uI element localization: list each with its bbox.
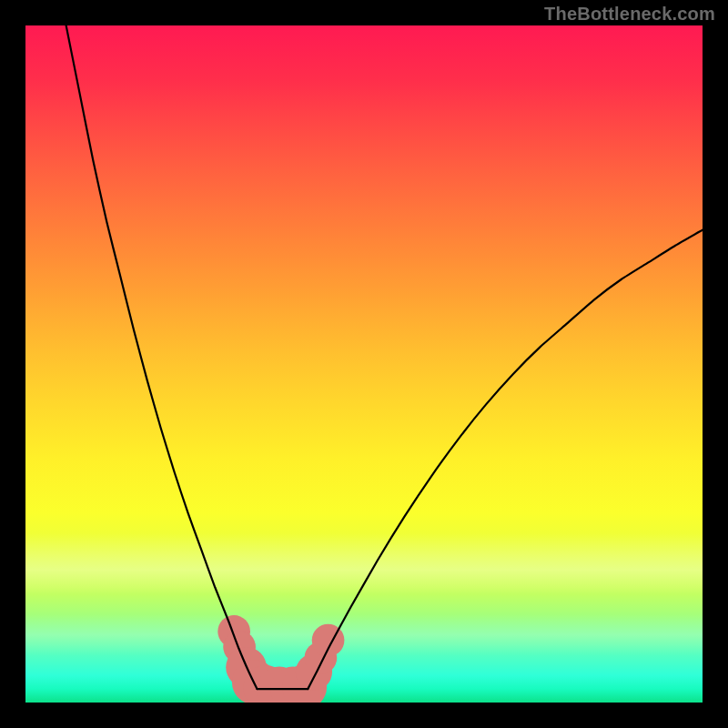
plot-area [25, 25, 703, 703]
chart-frame: TheBottleneck.com [0, 0, 728, 728]
curve-left [66, 25, 258, 689]
curve-layer [25, 25, 703, 703]
curve-right [308, 230, 703, 689]
watermark-text: TheBottleneck.com [544, 4, 715, 25]
